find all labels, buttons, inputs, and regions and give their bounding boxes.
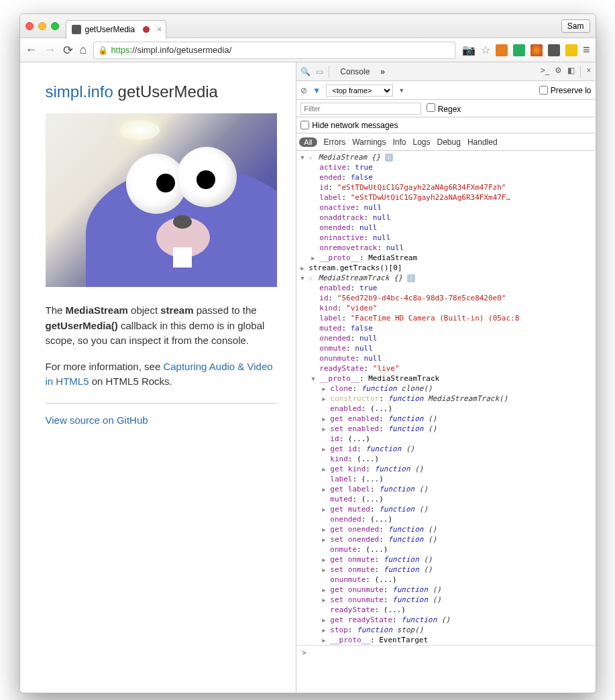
close-devtools-button[interactable]: × xyxy=(586,66,591,78)
url-host: ://simpl.info xyxy=(130,45,174,55)
regex-label: Regex xyxy=(427,103,461,114)
close-tab-button[interactable]: × xyxy=(157,25,162,34)
paragraph-2: For more information, see Capturing Audi… xyxy=(46,359,278,390)
console-tab[interactable]: Console xyxy=(335,64,375,79)
paragraph-1: The MediaStream object stream passed to … xyxy=(46,303,278,349)
console-prompt[interactable]: > xyxy=(296,645,595,660)
video-preview xyxy=(46,113,278,287)
gopher-tooth xyxy=(173,247,192,268)
cast-icon[interactable] xyxy=(548,44,560,56)
recording-indicator-icon xyxy=(143,26,150,33)
console-row[interactable]: stream.getTracks()[0] xyxy=(296,263,595,273)
hide-network-label: Hide network messages xyxy=(312,121,398,130)
browser-window: getUserMedia × Sam ← → ⟳ ⌂ 🔒 https://sim… xyxy=(19,13,596,693)
divider xyxy=(46,403,278,404)
titlebar: getUserMedia × Sam xyxy=(20,14,596,38)
console-output[interactable]: ◇ MediaStream {} i active: true ended: f… xyxy=(296,151,595,693)
forward-button[interactable]: → xyxy=(44,43,56,57)
page-title-text: getUserMedia xyxy=(113,82,218,101)
address-bar[interactable]: 🔒 https://simpl.info/getusermedia/ xyxy=(93,42,455,59)
gopher-eye-right xyxy=(176,147,237,207)
menu-button[interactable]: ≡ xyxy=(583,43,590,57)
devtools-panel: 🔍 ▭ Console » >_ ⚙ ◧ × ⊘ ▼ <top frame> xyxy=(296,62,595,693)
window-controls xyxy=(25,22,59,30)
devtools-context-bar: ⊘ ▼ <top frame> ▼ Preserve lo xyxy=(296,81,595,100)
maximize-window-button[interactable] xyxy=(51,22,59,30)
hide-network-row: Hide network messages xyxy=(296,117,595,133)
dock-side-icon[interactable]: ◧ xyxy=(567,66,575,78)
bookmark-star-icon[interactable]: ☆ xyxy=(481,44,490,56)
lock-icon: 🔒 xyxy=(98,46,108,55)
filter-input[interactable] xyxy=(300,103,421,115)
camera-permission-icon[interactable]: 📷 xyxy=(462,44,476,56)
preserve-log-label: Preserve lo xyxy=(539,86,592,95)
breadcrumb-link[interactable]: simpl.info xyxy=(46,82,113,101)
view-source-link[interactable]: View source on GitHub xyxy=(46,414,148,426)
devtools-filter-bar: Regex xyxy=(296,100,595,117)
tab-title: getUserMedia xyxy=(85,25,135,34)
ceiling-light xyxy=(119,120,160,140)
page-title: simpl.info getUserMedia xyxy=(46,82,278,101)
drawer-toggle-icon[interactable]: >_ xyxy=(541,66,550,78)
browser-toolbar: ← → ⟳ ⌂ 🔒 https://simpl.info/getusermedi… xyxy=(20,38,596,62)
level-warnings[interactable]: Warnings xyxy=(352,137,386,147)
extension-icon-2[interactable] xyxy=(513,44,525,56)
extension-icons: 📷 ☆ ≡ xyxy=(462,43,590,57)
tab-favicon xyxy=(72,25,81,34)
more-tabs-icon[interactable]: » xyxy=(380,67,385,76)
hide-network-checkbox[interactable] xyxy=(300,121,309,129)
console-row[interactable]: ◇ MediaStreamTrack {} i xyxy=(296,273,595,283)
extension-icon-1[interactable] xyxy=(496,44,508,56)
page-content: simpl.info getUserMedia The MediaStream … xyxy=(20,62,296,693)
close-window-button[interactable] xyxy=(25,22,34,30)
browser-tab[interactable]: getUserMedia × xyxy=(66,20,167,39)
extension-icon-3[interactable] xyxy=(530,44,543,56)
settings-gear-icon[interactable]: ⚙ xyxy=(555,66,562,78)
preserve-log-checkbox[interactable] xyxy=(539,86,548,95)
context-dropdown-icon[interactable]: ▼ xyxy=(398,87,404,94)
device-toggle-icon[interactable]: ▭ xyxy=(316,67,323,76)
level-handled[interactable]: Handled xyxy=(467,137,498,147)
url-path: /getusermedia/ xyxy=(174,45,231,55)
extension-icon-4[interactable] xyxy=(565,44,577,56)
level-debug[interactable]: Debug xyxy=(437,137,461,147)
level-info[interactable]: Info xyxy=(392,137,406,147)
gopher-nose xyxy=(173,215,192,229)
level-logs[interactable]: Logs xyxy=(413,137,431,147)
console-row[interactable]: ◇ MediaStream {} i xyxy=(296,152,595,162)
level-all[interactable]: All xyxy=(299,137,317,147)
context-select[interactable]: <top frame> xyxy=(326,84,393,97)
search-icon[interactable]: 🔍 xyxy=(300,67,311,76)
devtools-toolbar: 🔍 ▭ Console » >_ ⚙ ◧ × xyxy=(296,62,595,81)
level-errors[interactable]: Errors xyxy=(324,137,346,147)
url-scheme: https xyxy=(111,45,129,55)
clear-console-icon[interactable]: ⊘ xyxy=(300,86,307,95)
profile-button[interactable]: Sam xyxy=(561,19,590,33)
minimize-window-button[interactable] xyxy=(38,22,46,30)
reload-button[interactable]: ⟳ xyxy=(63,43,73,58)
regex-checkbox[interactable] xyxy=(427,103,435,112)
filter-funnel-icon[interactable]: ▼ xyxy=(313,86,321,95)
content-area: simpl.info getUserMedia The MediaStream … xyxy=(20,62,596,693)
back-button[interactable]: ← xyxy=(25,43,38,57)
log-level-bar: All Errors Warnings Info Logs Debug Hand… xyxy=(296,133,595,151)
home-button[interactable]: ⌂ xyxy=(80,43,87,57)
